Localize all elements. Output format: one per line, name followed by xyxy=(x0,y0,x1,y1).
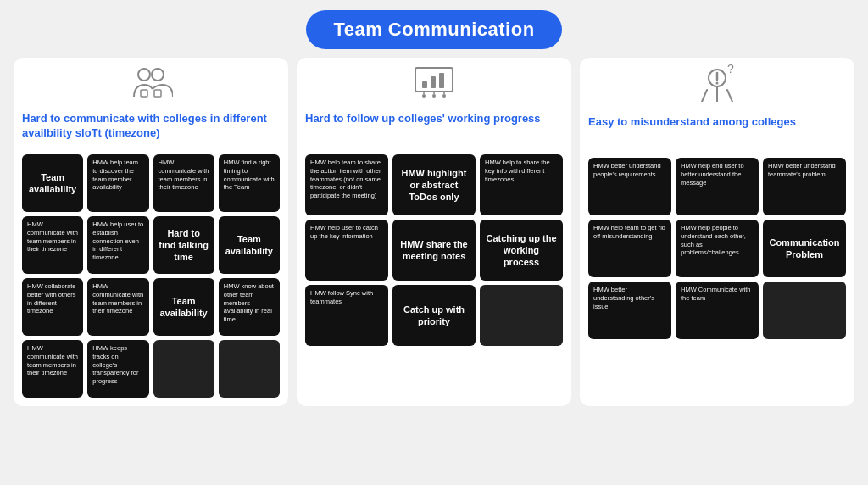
card-hmw-tracks: HMW keeps tracks on college's transparen… xyxy=(87,340,148,398)
followup-icon xyxy=(305,64,563,105)
card-empty-col2 xyxy=(480,285,563,346)
svg-rect-3 xyxy=(154,90,161,97)
card-hmw-understand-req: HMW better understand people's requireme… xyxy=(588,158,671,215)
column-3-title: Easy to misunderstand among colleges xyxy=(588,115,846,149)
svg-rect-6 xyxy=(431,76,436,88)
card-hmw-discover: HMW help team to discover the team membe… xyxy=(87,154,148,212)
svg-point-9 xyxy=(432,94,436,98)
svg-point-8 xyxy=(422,94,426,98)
header: Team Communication xyxy=(14,10,854,49)
misunderstand-icon: ? xyxy=(588,64,846,109)
card-hard-talking: Hard to find talking time xyxy=(153,216,214,274)
card-hmw-rid-misunderstand: HMW help team to get rid off misundersta… xyxy=(588,220,671,277)
card-hmw-communicate-4: HMW communicate with team members in the… xyxy=(22,340,83,398)
page: Team Communication Hard to communicate w… xyxy=(0,0,868,485)
svg-point-0 xyxy=(138,69,150,81)
communicate-icon xyxy=(22,64,280,105)
card-hmw-meeting-notes: HMW share the meeting notes xyxy=(392,220,476,281)
card-hmw-teammate-problem: HMW better understand teammate's problem xyxy=(763,158,846,215)
card-hmw-communicate-3: HMW communicate with team members in the… xyxy=(87,278,148,336)
svg-point-1 xyxy=(152,69,164,81)
card-hmw-end-user: HMW help end user to better understand t… xyxy=(676,158,759,215)
card-team-availability-2: Team availability xyxy=(219,216,280,274)
svg-line-18 xyxy=(727,90,732,102)
card-empty-col3 xyxy=(763,282,846,339)
svg-rect-5 xyxy=(422,81,427,88)
page-title: Team Communication xyxy=(306,10,561,49)
card-hmw-communicate-team: HMW Communicate with the team xyxy=(676,282,759,339)
card-hmw-catchup: HMW help user to catch up the key inform… xyxy=(305,220,388,281)
card-hmw-communicate-1: HMW communicate with team members in the… xyxy=(153,154,214,212)
column-1-title: Hard to communicate with colleges in dif… xyxy=(22,112,280,146)
card-hmw-share-action: HMW help team to share the action item w… xyxy=(305,154,388,215)
column-communicate: Hard to communicate with colleges in dif… xyxy=(14,58,288,406)
card-hmw-establish: HMW help user to establish connection ev… xyxy=(87,216,148,274)
svg-point-16 xyxy=(716,82,719,85)
column-3-cards: HMW better understand people's requireme… xyxy=(588,158,846,339)
columns-container: Hard to communicate with colleges in dif… xyxy=(14,58,854,406)
card-team-availability-3: Team availability xyxy=(153,278,214,336)
svg-line-17 xyxy=(702,90,707,102)
card-hmw-follow-sync: HMW follow Sync with teammates xyxy=(305,285,388,346)
card-empty-2 xyxy=(219,340,280,398)
column-followup: Hard to follow up colleges' working prog… xyxy=(297,58,571,406)
card-team-availability-1: Team availability xyxy=(22,154,83,212)
column-2-cards: HMW help team to share the action item w… xyxy=(305,154,563,346)
card-hmw-timing: HMW find a right timing to communicate w… xyxy=(219,154,280,212)
card-empty-1 xyxy=(153,340,214,398)
card-hmw-help-people: HMW help people to understand each other… xyxy=(676,220,759,277)
card-hmw-communicate-2: HMW communicate with team members in the… xyxy=(22,216,83,274)
card-hmw-other-issue: HMW better understanding other's issue xyxy=(588,282,671,339)
card-hmw-realtime: HMW know about other team members availa… xyxy=(219,278,280,336)
svg-rect-7 xyxy=(439,73,444,88)
card-hmw-highlight: HMW highlight or abstract ToDos only xyxy=(392,154,476,215)
svg-text:?: ? xyxy=(727,64,734,75)
svg-rect-2 xyxy=(141,90,147,97)
column-1-cards: Team availability HMW help team to disco… xyxy=(22,154,280,398)
card-communication-problem: Communication Problem xyxy=(763,220,846,277)
card-catch-priority: Catch up with priority xyxy=(392,285,476,346)
column-2-title: Hard to follow up colleges' working prog… xyxy=(305,112,563,146)
svg-point-10 xyxy=(442,94,446,98)
column-misunderstand: ? Easy to misunderstand among colleges H… xyxy=(580,58,854,406)
card-catching-up: Catching up the working process xyxy=(480,220,563,281)
card-hmw-collaborate: HMW collaborate better with others in di… xyxy=(22,278,83,336)
card-hmw-share-key: HMW help to share the key info with diff… xyxy=(480,154,563,215)
